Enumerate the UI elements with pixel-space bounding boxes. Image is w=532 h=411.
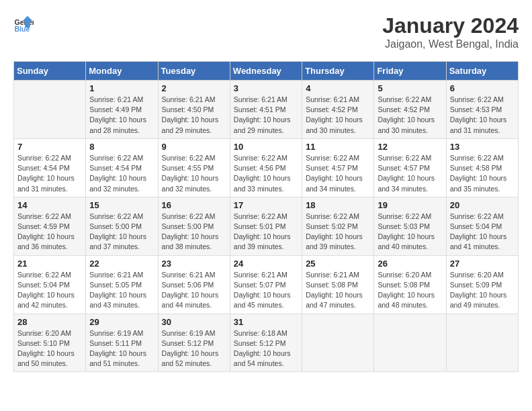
calendar-cell: 23Sunrise: 6:21 AM Sunset: 5:06 PM Dayli… — [158, 255, 230, 314]
weekday-header: Sunday — [14, 62, 86, 81]
calendar-cell: 6Sunrise: 6:22 AM Sunset: 4:53 PM Daylig… — [446, 81, 518, 139]
calendar-cell: 22Sunrise: 6:21 AM Sunset: 5:05 PM Dayli… — [86, 255, 158, 314]
calendar-cell: 21Sunrise: 6:22 AM Sunset: 5:04 PM Dayli… — [14, 255, 86, 314]
day-number: 5 — [378, 83, 442, 93]
calendar-week-row: 7Sunrise: 6:22 AM Sunset: 4:54 PM Daylig… — [14, 138, 519, 197]
calendar-cell: 25Sunrise: 6:21 AM Sunset: 5:08 PM Dayli… — [302, 255, 374, 314]
day-number: 8 — [89, 142, 154, 152]
calendar-cell: 11Sunrise: 6:22 AM Sunset: 4:57 PM Dayli… — [302, 138, 374, 197]
calendar-cell: 16Sunrise: 6:22 AM Sunset: 5:00 PM Dayli… — [158, 197, 230, 255]
day-number: 27 — [450, 259, 515, 269]
day-detail: Sunrise: 6:19 AM Sunset: 5:12 PM Dayligh… — [162, 328, 226, 369]
calendar-table: SundayMondayTuesdayWednesdayThursdayFrid… — [13, 61, 519, 372]
day-detail: Sunrise: 6:20 AM Sunset: 5:10 PM Dayligh… — [17, 328, 82, 369]
day-number: 16 — [162, 200, 226, 210]
day-detail: Sunrise: 6:21 AM Sunset: 5:08 PM Dayligh… — [306, 270, 370, 311]
day-number: 13 — [450, 142, 515, 152]
day-detail: Sunrise: 6:21 AM Sunset: 5:07 PM Dayligh… — [234, 270, 298, 311]
day-detail: Sunrise: 6:21 AM Sunset: 4:52 PM Dayligh… — [306, 95, 370, 136]
page-header: General Blue January 2024 Jaigaon, West … — [13, 13, 519, 50]
calendar-cell: 29Sunrise: 6:19 AM Sunset: 5:11 PM Dayli… — [86, 314, 158, 372]
calendar-cell: 7Sunrise: 6:22 AM Sunset: 4:54 PM Daylig… — [14, 138, 86, 197]
day-number: 29 — [89, 317, 154, 327]
calendar-cell: 1Sunrise: 6:21 AM Sunset: 4:49 PM Daylig… — [86, 81, 158, 139]
calendar-cell: 28Sunrise: 6:20 AM Sunset: 5:10 PM Dayli… — [14, 314, 86, 372]
weekday-header: Saturday — [446, 62, 518, 81]
calendar-cell: 14Sunrise: 6:22 AM Sunset: 4:59 PM Dayli… — [14, 197, 86, 255]
weekday-header: Thursday — [302, 62, 374, 81]
day-number: 30 — [162, 317, 226, 327]
day-number: 23 — [162, 259, 226, 269]
day-detail: Sunrise: 6:22 AM Sunset: 5:02 PM Dayligh… — [306, 212, 370, 253]
calendar-cell: 17Sunrise: 6:22 AM Sunset: 5:01 PM Dayli… — [230, 197, 302, 255]
calendar-cell — [302, 314, 374, 372]
month-title: January 2024 — [382, 13, 519, 38]
calendar-cell: 3Sunrise: 6:21 AM Sunset: 4:51 PM Daylig… — [230, 81, 302, 139]
day-detail: Sunrise: 6:18 AM Sunset: 5:12 PM Dayligh… — [234, 328, 298, 369]
day-number: 1 — [89, 83, 154, 93]
day-number: 9 — [162, 142, 226, 152]
day-detail: Sunrise: 6:22 AM Sunset: 4:57 PM Dayligh… — [378, 153, 442, 194]
day-number: 26 — [378, 259, 442, 269]
calendar-week-row: 14Sunrise: 6:22 AM Sunset: 4:59 PM Dayli… — [14, 197, 519, 255]
day-detail: Sunrise: 6:21 AM Sunset: 4:51 PM Dayligh… — [234, 95, 298, 136]
day-detail: Sunrise: 6:22 AM Sunset: 4:59 PM Dayligh… — [17, 212, 82, 253]
calendar-cell: 9Sunrise: 6:22 AM Sunset: 4:55 PM Daylig… — [158, 138, 230, 197]
day-detail: Sunrise: 6:22 AM Sunset: 4:52 PM Dayligh… — [378, 95, 442, 136]
day-number: 4 — [306, 83, 370, 93]
day-detail: Sunrise: 6:22 AM Sunset: 4:56 PM Dayligh… — [234, 153, 298, 194]
day-number: 15 — [89, 200, 154, 210]
day-number: 18 — [306, 200, 370, 210]
weekday-header: Friday — [374, 62, 446, 81]
day-number: 10 — [234, 142, 298, 152]
day-detail: Sunrise: 6:22 AM Sunset: 4:57 PM Dayligh… — [306, 153, 370, 194]
location-subtitle: Jaigaon, West Bengal, India — [382, 38, 519, 50]
day-detail: Sunrise: 6:22 AM Sunset: 4:54 PM Dayligh… — [89, 153, 154, 194]
calendar-cell: 19Sunrise: 6:22 AM Sunset: 5:03 PM Dayli… — [374, 197, 446, 255]
calendar-cell: 12Sunrise: 6:22 AM Sunset: 4:57 PM Dayli… — [374, 138, 446, 197]
weekday-header: Wednesday — [230, 62, 302, 81]
weekday-header: Monday — [86, 62, 158, 81]
calendar-cell: 20Sunrise: 6:22 AM Sunset: 5:04 PM Dayli… — [446, 197, 518, 255]
calendar-cell — [374, 314, 446, 372]
day-detail: Sunrise: 6:20 AM Sunset: 5:08 PM Dayligh… — [378, 270, 442, 311]
day-number: 31 — [234, 317, 298, 327]
day-number: 19 — [378, 200, 442, 210]
day-detail: Sunrise: 6:22 AM Sunset: 4:55 PM Dayligh… — [162, 153, 226, 194]
calendar-cell: 26Sunrise: 6:20 AM Sunset: 5:08 PM Dayli… — [374, 255, 446, 314]
day-detail: Sunrise: 6:22 AM Sunset: 5:04 PM Dayligh… — [450, 212, 515, 253]
calendar-cell: 8Sunrise: 6:22 AM Sunset: 4:54 PM Daylig… — [86, 138, 158, 197]
day-detail: Sunrise: 6:22 AM Sunset: 5:01 PM Dayligh… — [234, 212, 298, 253]
day-number: 22 — [89, 259, 154, 269]
calendar-cell: 4Sunrise: 6:21 AM Sunset: 4:52 PM Daylig… — [302, 81, 374, 139]
day-detail: Sunrise: 6:22 AM Sunset: 4:53 PM Dayligh… — [450, 95, 515, 136]
calendar-week-row: 28Sunrise: 6:20 AM Sunset: 5:10 PM Dayli… — [14, 314, 519, 372]
calendar-cell: 24Sunrise: 6:21 AM Sunset: 5:07 PM Dayli… — [230, 255, 302, 314]
day-detail: Sunrise: 6:22 AM Sunset: 5:00 PM Dayligh… — [162, 212, 226, 253]
day-number: 7 — [17, 142, 82, 152]
day-detail: Sunrise: 6:22 AM Sunset: 4:58 PM Dayligh… — [450, 153, 515, 194]
calendar-cell: 30Sunrise: 6:19 AM Sunset: 5:12 PM Dayli… — [158, 314, 230, 372]
day-number: 21 — [17, 259, 82, 269]
calendar-cell: 31Sunrise: 6:18 AM Sunset: 5:12 PM Dayli… — [230, 314, 302, 372]
day-detail: Sunrise: 6:21 AM Sunset: 4:50 PM Dayligh… — [162, 95, 226, 136]
calendar-cell: 2Sunrise: 6:21 AM Sunset: 4:50 PM Daylig… — [158, 81, 230, 139]
day-number: 14 — [17, 200, 82, 210]
weekday-header-row: SundayMondayTuesdayWednesdayThursdayFrid… — [14, 62, 519, 81]
weekday-header: Tuesday — [158, 62, 230, 81]
day-detail: Sunrise: 6:20 AM Sunset: 5:09 PM Dayligh… — [450, 270, 515, 311]
day-number: 11 — [306, 142, 370, 152]
calendar-week-row: 1Sunrise: 6:21 AM Sunset: 4:49 PM Daylig… — [14, 81, 519, 139]
day-detail: Sunrise: 6:19 AM Sunset: 5:11 PM Dayligh… — [89, 328, 154, 369]
calendar-cell: 15Sunrise: 6:22 AM Sunset: 5:00 PM Dayli… — [86, 197, 158, 255]
calendar-cell: 18Sunrise: 6:22 AM Sunset: 5:02 PM Dayli… — [302, 197, 374, 255]
calendar-cell — [446, 314, 518, 372]
day-number: 24 — [234, 259, 298, 269]
title-block: January 2024 Jaigaon, West Bengal, India — [382, 13, 519, 50]
day-detail: Sunrise: 6:22 AM Sunset: 5:00 PM Dayligh… — [89, 212, 154, 253]
calendar-cell: 10Sunrise: 6:22 AM Sunset: 4:56 PM Dayli… — [230, 138, 302, 197]
day-detail: Sunrise: 6:21 AM Sunset: 5:05 PM Dayligh… — [89, 270, 154, 311]
day-number: 25 — [306, 259, 370, 269]
calendar-cell: 27Sunrise: 6:20 AM Sunset: 5:09 PM Dayli… — [446, 255, 518, 314]
day-number: 20 — [450, 200, 515, 210]
